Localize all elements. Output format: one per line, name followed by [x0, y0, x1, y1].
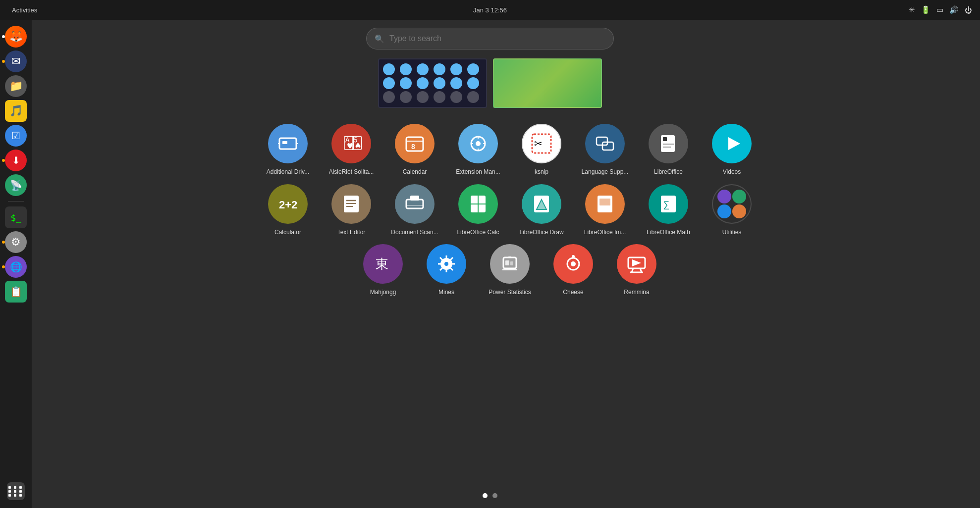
app-label-calculator: Calculator — [274, 229, 301, 237]
app-label-aisleriot: AisleRiot Solita... — [329, 168, 374, 176]
app-power-statistics[interactable]: Power Statistics — [480, 244, 540, 297]
svg-line-43 — [440, 257, 442, 260]
app-mahjongg[interactable]: 東 Mahjongg — [353, 244, 413, 297]
dock-item-downloads[interactable]: ⬇ — [5, 150, 27, 171]
dock-item-firefox[interactable]: 🦊 — [5, 26, 27, 48]
volume-icon[interactable]: 🔊 — [949, 5, 959, 14]
svg-rect-16 — [663, 137, 667, 141]
app-label-calendar: Calendar — [403, 168, 427, 176]
app-icon-utilities — [712, 184, 752, 224]
app-label-extension-manager: Extension Man... — [456, 168, 500, 176]
utilities-grid-icon — [714, 187, 749, 221]
app-label-power-statistics: Power Statistics — [489, 289, 531, 297]
app-calculator[interactable]: 2+2 Calculator — [258, 184, 318, 237]
app-icon-language-support — [585, 124, 625, 163]
screen-icon[interactable]: ▭ — [936, 5, 943, 14]
app-language-support[interactable]: Language Supp... — [575, 124, 635, 176]
app-libreoffice[interactable]: LibreOffice — [639, 124, 698, 176]
dock-item-casts[interactable]: 📡 — [5, 174, 27, 196]
svg-rect-48 — [503, 257, 516, 268]
svg-text:✂: ✂ — [534, 138, 543, 149]
battery-icon[interactable]: 🔋 — [921, 5, 930, 14]
power-icon[interactable]: ⏻ — [965, 6, 972, 14]
app-remmina[interactable]: Remmina — [607, 244, 666, 297]
dock-item-rhythmbox[interactable]: 🎵 — [5, 100, 27, 122]
svg-marker-60 — [632, 259, 641, 266]
svg-line-44 — [450, 268, 453, 270]
svg-text:8: 8 — [411, 143, 415, 151]
app-aisleriot[interactable]: 🂱🂦 AisleRiot Solita... — [322, 124, 381, 176]
activities-button[interactable]: Activities — [8, 4, 41, 16]
app-icon-calculator: 2+2 — [268, 184, 308, 224]
app-libreoffice-calc[interactable]: LibreOffice Calc — [448, 184, 508, 237]
app-videos[interactable]: Videos — [702, 124, 762, 176]
dock-item-clipboard[interactable]: 📋 — [5, 281, 27, 303]
app-label-remmina: Remmina — [624, 289, 649, 297]
app-row-3: 東 Mahjongg Mines Power Statistics Cheese — [353, 244, 666, 297]
page-dot-1[interactable] — [483, 493, 488, 498]
svg-line-46 — [440, 268, 442, 270]
app-libreoffice-impress[interactable]: LibreOffice Im... — [575, 184, 635, 237]
app-label-language-support: Language Supp... — [582, 168, 629, 176]
dock-item-terminal[interactable]: $_ — [5, 206, 27, 228]
app-label-cheese: Cheese — [563, 289, 583, 297]
app-row-1: Additional Driv... 🂱🂦 AisleRiot Solita..… — [258, 124, 762, 176]
window-previews — [378, 58, 602, 108]
app-text-editor[interactable]: Text Editor — [322, 184, 381, 237]
app-icon-text-editor — [331, 184, 371, 224]
svg-rect-50 — [505, 260, 509, 265]
app-label-libreoffice-impress: LibreOffice Im... — [584, 229, 626, 237]
app-icon-extension-manager — [458, 124, 498, 163]
app-cheese[interactable]: Cheese — [544, 244, 603, 297]
app-icon-ksnip: ✂ — [522, 124, 561, 163]
svg-rect-25 — [406, 200, 423, 208]
page-dots — [483, 493, 497, 498]
topbar-right: ✳ 🔋 ▭ 🔊 ⏻ — [909, 5, 972, 14]
app-icon-additional-drivers — [268, 124, 308, 163]
dock-item-settings[interactable]: ⚙ — [5, 231, 27, 253]
app-mines[interactable]: Mines — [417, 244, 476, 297]
svg-rect-0 — [279, 138, 296, 149]
app-icon-document-scanner — [395, 184, 435, 224]
app-libreoffice-math[interactable]: ∑ LibreOffice Math — [639, 184, 698, 237]
page-dot-2[interactable] — [492, 493, 497, 498]
svg-marker-19 — [728, 137, 740, 150]
app-icon-calendar: 8 — [395, 124, 435, 163]
search-input[interactable] — [389, 34, 605, 43]
app-label-document-scanner: Document Scan... — [391, 229, 438, 237]
app-grid: Additional Driv... 🂱🂦 AisleRiot Solita..… — [40, 124, 980, 478]
show-apps-button[interactable] — [7, 482, 25, 500]
dock-item-todo[interactable]: ☑ — [5, 125, 27, 147]
app-icon-cheese — [553, 244, 593, 284]
dock: 🦊 ✉ 📁 🎵 ☑ ⬇ 📡 $_ ⚙ 🌐 📋 — [0, 20, 32, 508]
topbar: Activities Jan 3 12:56 ✳ 🔋 ▭ 🔊 ⏻ — [0, 0, 980, 20]
window-preview-desktop[interactable] — [493, 58, 602, 108]
app-label-libreoffice-draw: LibreOffice Draw — [519, 229, 563, 237]
app-label-utilities: Utilities — [722, 229, 742, 237]
svg-text:∑: ∑ — [663, 200, 669, 209]
dock-item-connections[interactable]: 🌐 — [5, 256, 27, 278]
app-calendar[interactable]: 8 Calendar — [385, 124, 444, 176]
svg-rect-34 — [599, 199, 610, 205]
app-additional-drivers[interactable]: Additional Driv... — [258, 124, 318, 176]
extensions-icon[interactable]: ✳ — [909, 5, 915, 14]
app-ksnip[interactable]: ✂ ksnip — [512, 124, 571, 176]
app-label-libreoffice-math: LibreOffice Math — [647, 229, 690, 237]
svg-rect-1 — [282, 141, 287, 144]
app-extension-manager[interactable]: Extension Man... — [448, 124, 508, 176]
app-icon-libreoffice-math: ∑ — [649, 184, 688, 224]
app-icon-libreoffice-draw — [522, 184, 561, 224]
app-utilities[interactable]: Utilities — [702, 184, 762, 237]
search-bar[interactable]: 🔍 — [366, 28, 614, 50]
apps-grid-icon — [8, 486, 23, 497]
app-icon-mahjongg: 東 — [363, 244, 403, 284]
search-icon: 🔍 — [375, 34, 384, 44]
app-label-videos: Videos — [723, 168, 741, 176]
window-preview-files[interactable] — [378, 58, 487, 108]
topbar-datetime: Jan 3 12:56 — [473, 6, 507, 14]
app-label-mahjongg: Mahjongg — [370, 289, 396, 297]
app-libreoffice-draw[interactable]: LibreOffice Draw — [512, 184, 571, 237]
dock-item-thunderbird[interactable]: ✉ — [5, 51, 27, 72]
dock-item-files[interactable]: 📁 — [5, 75, 27, 97]
app-document-scanner[interactable]: Document Scan... — [385, 184, 444, 237]
